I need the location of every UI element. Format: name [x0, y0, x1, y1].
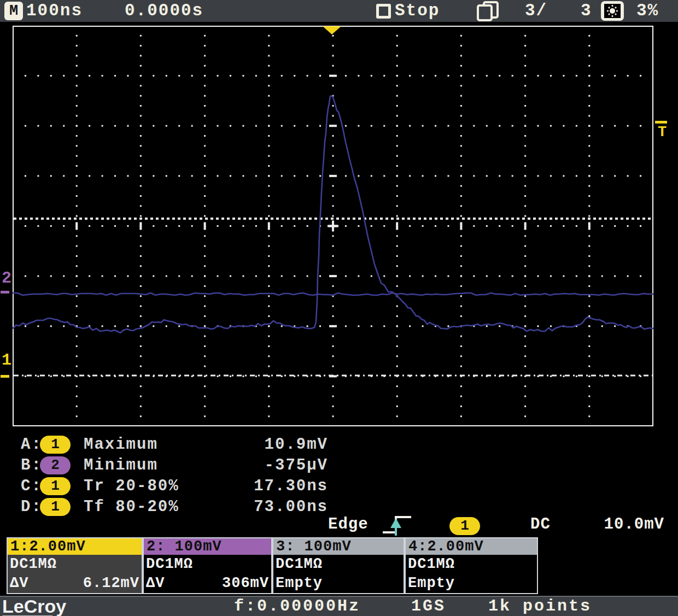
- trace-C2: [13, 293, 653, 295]
- measurement-row: A: 1 Maximum 10.9mV: [21, 435, 328, 455]
- trigger-type[interactable]: Edge: [328, 515, 369, 535]
- graticule: [13, 26, 653, 426]
- measurement-id: C:: [21, 477, 42, 496]
- trigger-coupling[interactable]: DC: [530, 515, 551, 535]
- channel-scale: 4:2.00mV: [406, 538, 537, 555]
- channel-badge: 1: [40, 477, 71, 495]
- record-length-readout: 1k points: [488, 597, 592, 616]
- measurement-name: Tr 20-80%: [84, 477, 179, 496]
- channel-scale: 3: 100mV: [273, 538, 404, 555]
- intensity-icon[interactable]: [600, 1, 624, 21]
- measurement-value: 73.00ns: [254, 497, 328, 517]
- measurement-name: Maximum: [84, 435, 158, 455]
- trace-C1: [13, 96, 653, 333]
- acquisition-status[interactable]: Stop: [395, 0, 440, 22]
- sweeps-icon: [475, 1, 500, 21]
- sample-rate-readout: 1GS: [411, 597, 446, 616]
- sweep-count-total: 3: [581, 0, 592, 22]
- trigger-level-dash: [655, 121, 667, 124]
- channel-badge: 2: [40, 456, 71, 474]
- top-status-bar: M 100ns 0.0000s Stop 3/ 3 3%: [0, 0, 678, 22]
- channel-coupling: DC1MΩ: [273, 555, 404, 574]
- oscilloscope-screen: M 100ns 0.0000s Stop 3/ 3 3% 21T: [0, 0, 678, 616]
- sweep-count-current: 3/: [525, 0, 547, 22]
- channel-info-value: 306mV: [222, 574, 269, 593]
- measurement-name: Tf 80-20%: [84, 497, 179, 517]
- channel-2-box[interactable]: 2: 100mV DC1MΩ ΔV 306mV: [143, 537, 272, 594]
- trigger-source-badge[interactable]: 1: [449, 517, 480, 535]
- lecroy-logo: LeCroy: [2, 596, 66, 616]
- channel-coupling: DC1MΩ: [8, 555, 142, 574]
- rising-edge-icon[interactable]: [381, 513, 413, 537]
- channel-4-box[interactable]: 4:2.00mV DC1MΩ Empty: [405, 537, 538, 594]
- measurement-row: D: 1 Tf 80-20% 73.00ns: [21, 497, 328, 517]
- bottom-status-bar: LeCroy f:0.00000Hz 1GS 1k points: [0, 596, 678, 616]
- channel-scale: 1:2.00mV: [8, 538, 142, 555]
- channel-badge: 1: [40, 498, 71, 516]
- measurement-id: D:: [21, 497, 42, 517]
- channel-badge: 1: [40, 436, 71, 454]
- channel-info-label: Empty: [408, 574, 455, 593]
- trigger-level-marker[interactable]: T: [658, 124, 667, 140]
- channel-2-offset-dash: [1, 291, 9, 294]
- measurement-name: Minimum: [84, 456, 158, 476]
- timebase-mode-button[interactable]: M: [4, 2, 23, 20]
- channel-1-box[interactable]: 1:2.00mV DC1MΩ ΔV 6.12mV: [7, 537, 143, 594]
- channel-info-label: Empty: [276, 574, 323, 593]
- intensity-readout[interactable]: 3%: [636, 0, 659, 22]
- channel-2-offset-marker[interactable]: 2: [2, 270, 11, 286]
- channel-coupling: DC1MΩ: [144, 555, 271, 574]
- measurement-id: A:: [21, 435, 42, 455]
- trigger-delay-readout[interactable]: 0.0000s: [125, 0, 203, 22]
- stop-icon[interactable]: [376, 4, 391, 19]
- channel-info-value: 6.12mV: [83, 574, 139, 593]
- measurement-value: 17.30ns: [254, 477, 328, 496]
- channel-info-label: ΔV: [10, 574, 28, 593]
- channel-scale: 2: 100mV: [144, 538, 271, 555]
- trigger-level[interactable]: 10.0mV: [603, 515, 664, 535]
- channel-1-offset-marker[interactable]: 1: [2, 352, 11, 368]
- measurement-id: B:: [21, 456, 42, 476]
- measurement-row: B: 2 Minimum -375µV: [21, 456, 328, 476]
- waveform-layer: [13, 26, 653, 426]
- channel-3-box[interactable]: 3: 100mV DC1MΩ Empty: [272, 537, 405, 594]
- timebase-readout[interactable]: 100ns: [26, 0, 83, 22]
- channel-coupling: DC1MΩ: [406, 555, 537, 574]
- measurement-value: 10.9mV: [265, 435, 328, 455]
- frequency-readout: f:0.00000Hz: [234, 597, 360, 616]
- channel-info-label: ΔV: [146, 574, 165, 593]
- measurement-value: -375µV: [265, 456, 328, 476]
- measurement-row: C: 1 Tr 20-80% 17.30ns: [21, 477, 328, 496]
- channel-1-offset-dash: [1, 375, 9, 378]
- trigger-position-marker[interactable]: [323, 26, 341, 34]
